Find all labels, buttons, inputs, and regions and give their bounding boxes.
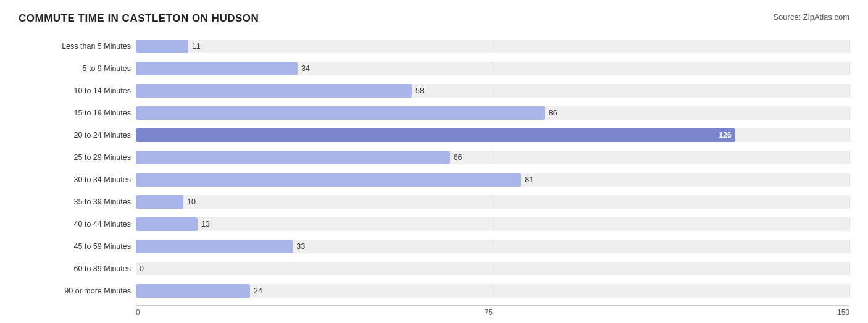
bar-row: 15 to 19 Minutes86 — [19, 103, 849, 124]
bar-row: 35 to 39 Minutes10 — [19, 191, 849, 212]
bar-label: 35 to 39 Minutes — [19, 198, 136, 206]
bar-fill: 33 — [136, 240, 293, 253]
bar-row: 60 to 89 Minutes0 — [19, 258, 849, 279]
bar-fill: 126 — [136, 128, 735, 142]
bar-track: 34 — [136, 62, 849, 75]
bar-row: 25 to 29 Minutes66 — [19, 147, 849, 168]
bar-label: Less than 5 Minutes — [19, 42, 136, 51]
x-tick: 0 — [136, 308, 140, 317]
bar-track: 0 — [136, 262, 849, 275]
bar-fill: 34 — [136, 62, 298, 75]
bar-value: 126 — [719, 131, 732, 140]
bar-fill: 24 — [136, 284, 250, 298]
bar-row: 10 to 14 Minutes58 — [19, 80, 849, 101]
bar-fill: 11 — [136, 40, 188, 53]
bar-label: 30 to 34 Minutes — [19, 175, 136, 184]
x-axis: 075150 — [19, 305, 849, 317]
bar-fill: 10 — [136, 195, 183, 209]
bar-track: 11 — [136, 40, 849, 53]
bar-value: 86 — [549, 109, 557, 117]
bar-value: 13 — [201, 220, 210, 229]
bar-value: 34 — [301, 64, 310, 73]
bar-label: 45 to 59 Minutes — [19, 242, 136, 251]
bar-row: 30 to 34 Minutes81 — [19, 169, 849, 190]
bar-fill: 66 — [136, 151, 450, 164]
bar-fill: 13 — [136, 217, 198, 231]
bar-track: 13 — [136, 217, 849, 231]
bar-fill: 81 — [136, 173, 521, 187]
bar-label: 10 to 14 Minutes — [19, 86, 136, 95]
bar-row: 20 to 24 Minutes126 — [19, 125, 849, 146]
x-axis-inner: 075150 — [136, 305, 849, 317]
bar-value: 66 — [454, 153, 462, 162]
bar-label: 15 to 19 Minutes — [19, 109, 136, 117]
bar-row: 90 or more Minutes24 — [19, 280, 849, 301]
bar-value: 0 — [140, 264, 144, 273]
bar-value: 11 — [192, 42, 201, 51]
bar-label: 90 or more Minutes — [19, 287, 136, 295]
bar-row: 40 to 44 Minutes13 — [19, 214, 849, 235]
bar-track: 81 — [136, 173, 849, 187]
bar-track: 33 — [136, 240, 849, 253]
chart-header: COMMUTE TIME IN CASTLETON ON HUDSON Sour… — [19, 12, 849, 25]
bar-fill: 86 — [136, 106, 545, 120]
bar-label: 20 to 24 Minutes — [19, 131, 136, 140]
x-tick: 75 — [485, 308, 493, 317]
bar-track: 24 — [136, 284, 849, 298]
bar-label: 5 to 9 Minutes — [19, 64, 136, 73]
bar-label: 25 to 29 Minutes — [19, 153, 136, 162]
chart-title: COMMUTE TIME IN CASTLETON ON HUDSON — [19, 12, 259, 25]
bar-label: 40 to 44 Minutes — [19, 220, 136, 229]
bar-row: 45 to 59 Minutes33 — [19, 236, 849, 257]
bar-track: 86 — [136, 106, 849, 120]
bar-track: 58 — [136, 84, 849, 98]
bar-track: 66 — [136, 151, 849, 164]
bar-row: 5 to 9 Minutes34 — [19, 58, 849, 79]
bar-value: 58 — [415, 86, 424, 95]
bar-value: 33 — [296, 242, 305, 251]
bar-label: 60 to 89 Minutes — [19, 264, 136, 273]
bar-track: 10 — [136, 195, 849, 209]
bar-value: 10 — [187, 198, 196, 206]
bar-track: 126 — [136, 128, 849, 142]
bar-row: Less than 5 Minutes11 — [19, 36, 849, 57]
bar-value: 81 — [525, 175, 533, 184]
bar-value: 24 — [254, 287, 262, 295]
source-text: Source: ZipAtlas.com — [773, 12, 849, 22]
bar-fill: 58 — [136, 84, 412, 98]
chart-area: Less than 5 Minutes115 to 9 Minutes3410 … — [19, 36, 849, 301]
x-tick: 150 — [837, 308, 849, 317]
